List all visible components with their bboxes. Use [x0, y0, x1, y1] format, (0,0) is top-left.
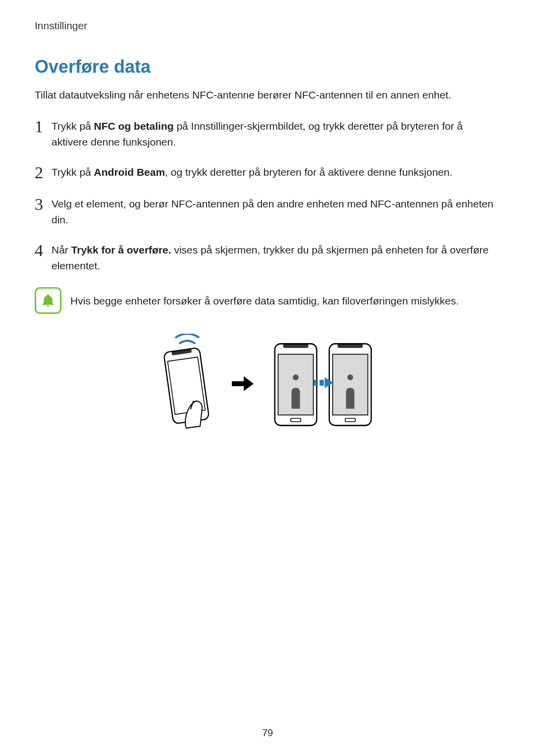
- step-post: Velg et element, og berør NFC-antennen p…: [52, 198, 493, 225]
- step-bold: Trykk for å overføre.: [71, 244, 171, 255]
- page-number: 79: [0, 727, 535, 739]
- step-bold: Android Beam: [94, 166, 165, 178]
- page-header: Innstillinger: [35, 20, 500, 32]
- step-text: Velg et element, og berør NFC-antennen p…: [52, 195, 500, 227]
- step-1: 1 Trykk på NFC og betaling på Innstillin…: [35, 117, 500, 150]
- step-pre: Trykk på: [52, 166, 94, 178]
- step-4: 4 Når Trykk for å overføre. vises på skj…: [35, 241, 500, 273]
- step-text: Trykk på NFC og betaling på Innstillinge…: [52, 117, 500, 150]
- step-pre: Trykk på: [52, 120, 94, 132]
- step-number: 4: [35, 242, 52, 259]
- svg-rect-12: [320, 380, 323, 386]
- document-page: Innstillinger Overføre data Tillat datau…: [0, 0, 535, 756]
- phone-source-icon: [158, 334, 217, 438]
- bell-icon: [35, 287, 61, 314]
- header-title: Innstillinger: [35, 20, 87, 31]
- step-post: , og trykk deretter på bryteren for å ak…: [165, 166, 452, 178]
- step-2: 2 Trykk på Android Beam, og trykk derett…: [35, 163, 500, 181]
- svg-point-6: [293, 375, 299, 381]
- svg-rect-11: [314, 380, 318, 386]
- step-bold: NFC og betaling: [94, 120, 174, 132]
- phone-pair-icon: [268, 336, 377, 435]
- svg-point-10: [347, 375, 353, 381]
- step-pre: Når: [52, 244, 71, 255]
- step-text: Når Trykk for å overføre. vises på skjer…: [52, 241, 500, 273]
- nfc-illustration: [35, 334, 500, 438]
- step-number: 2: [35, 164, 52, 181]
- step-3: 3 Velg et element, og berør NFC-antennen…: [35, 195, 500, 227]
- step-number: 1: [35, 118, 52, 135]
- step-text: Trykk på Android Beam, og trykk deretter…: [52, 163, 500, 180]
- section-title: Overføre data: [35, 56, 500, 77]
- note-text: Hvis begge enheter forsøker å overføre d…: [70, 293, 500, 309]
- note-row: Hvis begge enheter forsøker å overføre d…: [35, 287, 500, 314]
- arrow-right-icon: [232, 375, 254, 397]
- section-intro: Tillat datautveksling når enhetens NFC-a…: [35, 88, 500, 102]
- step-number: 3: [35, 196, 52, 213]
